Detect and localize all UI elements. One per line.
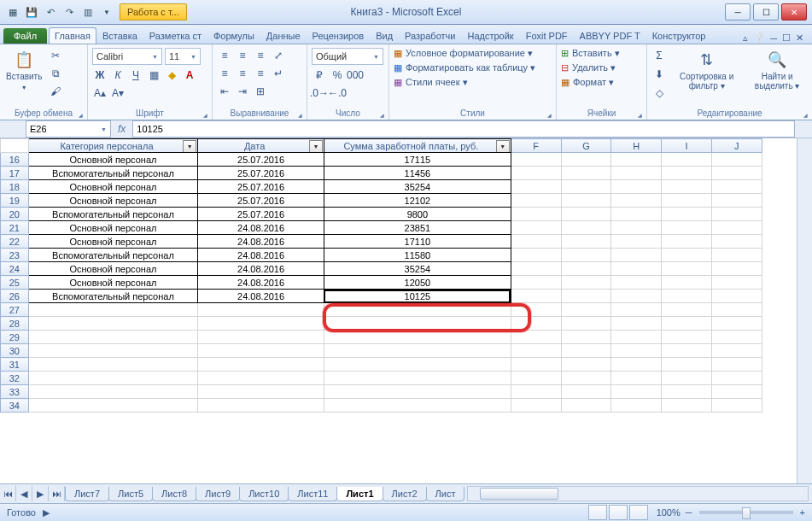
name-box[interactable]: E26▼: [26, 120, 111, 138]
empty-cell[interactable]: [511, 303, 561, 317]
vertical-scrollbar[interactable]: [797, 138, 812, 483]
filter-button[interactable]: ▼: [309, 140, 323, 153]
col-header-G[interactable]: G: [561, 139, 611, 153]
tab-конструктор[interactable]: Конструктор: [646, 27, 712, 44]
tab-abbyy pdf t[interactable]: ABBYY PDF T: [574, 27, 646, 44]
empty-cell[interactable]: [511, 372, 561, 385]
row-header-21[interactable]: 21: [1, 221, 29, 235]
empty-cell[interactable]: [28, 385, 198, 399]
empty-cell[interactable]: [711, 167, 762, 180]
minimize-button[interactable]: ─: [725, 3, 751, 20]
filter-button[interactable]: ▼: [496, 140, 510, 153]
empty-cell[interactable]: [561, 385, 611, 399]
minimize-ribbon-icon[interactable]: ▵: [743, 32, 748, 44]
empty-cell[interactable]: [711, 331, 762, 344]
empty-cell[interactable]: [198, 344, 324, 358]
row-header-23[interactable]: 23: [1, 249, 29, 262]
sheet-tab-Лист[interactable]: Лист: [426, 487, 465, 501]
empty-cell[interactable]: [28, 317, 198, 331]
empty-cell[interactable]: [198, 385, 324, 399]
row-header-24[interactable]: 24: [1, 262, 29, 276]
bold-button[interactable]: Ж: [92, 67, 108, 83]
empty-cell[interactable]: [611, 331, 662, 344]
empty-cell[interactable]: [511, 331, 561, 344]
empty-cell[interactable]: [561, 358, 611, 372]
horizontal-scrollbar[interactable]: [467, 486, 809, 501]
empty-cell[interactable]: [561, 372, 611, 385]
cell-sum[interactable]: 10125: [324, 290, 511, 303]
row-header-16[interactable]: 16: [1, 153, 29, 167]
cell-sum[interactable]: 11580: [324, 249, 511, 262]
empty-cell[interactable]: [324, 385, 511, 399]
empty-cell[interactable]: [324, 372, 511, 385]
cell-sum[interactable]: 35254: [324, 262, 511, 276]
qat-dropdown-icon[interactable]: ▼: [99, 4, 114, 20]
align-left-icon[interactable]: ≡: [217, 66, 232, 81]
row-header-19[interactable]: 19: [1, 194, 29, 208]
table-tools-tab[interactable]: Работа с т...: [120, 3, 187, 20]
comma-icon[interactable]: 000: [348, 67, 363, 83]
sheet-nav-first-icon[interactable]: ⏮: [0, 486, 16, 501]
zoom-out-button[interactable]: ─: [686, 507, 692, 518]
paste-button[interactable]: 📋 Вставить ▼: [4, 48, 44, 94]
cell-sum[interactable]: 11456: [324, 167, 511, 180]
cell-date[interactable]: 24.08.2016: [198, 262, 324, 276]
tab-главная[interactable]: Главная: [49, 27, 96, 44]
increase-indent-icon[interactable]: ⇥: [235, 84, 250, 99]
empty-cell[interactable]: [561, 194, 611, 208]
cell-date[interactable]: 25.07.2016: [198, 153, 324, 167]
col-header-H[interactable]: H: [611, 139, 662, 153]
tab-вид[interactable]: Вид: [370, 27, 399, 44]
insert-cells-button[interactable]: ⊞Вставить ▾: [561, 48, 620, 59]
help-icon[interactable]: ❔: [753, 32, 765, 44]
empty-cell[interactable]: [611, 167, 662, 180]
conditional-formatting-button[interactable]: ▦Условное форматирование ▾: [394, 48, 533, 59]
row-header-27[interactable]: 27: [1, 303, 29, 317]
empty-cell[interactable]: [561, 303, 611, 317]
empty-cell[interactable]: [611, 180, 662, 194]
format-as-table-button[interactable]: ▦Форматировать как таблицу ▾: [394, 62, 535, 73]
empty-cell[interactable]: [611, 317, 662, 331]
empty-cell[interactable]: [711, 290, 762, 303]
empty-cell[interactable]: [611, 194, 662, 208]
redo-icon[interactable]: ↷: [61, 4, 77, 20]
cell-date[interactable]: 24.08.2016: [198, 249, 324, 262]
col-header-J[interactable]: J: [711, 139, 762, 153]
dec-decimal-icon[interactable]: ←.0: [330, 85, 345, 101]
cell-category[interactable]: Основной персонал: [28, 276, 198, 290]
empty-cell[interactable]: [511, 385, 561, 399]
sheet-nav-next-icon[interactable]: ▶: [32, 486, 49, 501]
empty-cell[interactable]: [662, 167, 712, 180]
empty-cell[interactable]: [611, 399, 662, 413]
row-header-32[interactable]: 32: [1, 372, 29, 385]
child-restore-icon[interactable]: ☐: [782, 32, 791, 44]
cell-date[interactable]: 25.07.2016: [198, 194, 324, 208]
fill-icon[interactable]: ⬇: [651, 67, 667, 82]
empty-cell[interactable]: [561, 249, 611, 262]
row-header-26[interactable]: 26: [1, 290, 29, 303]
empty-cell[interactable]: [662, 194, 712, 208]
empty-cell[interactable]: [662, 358, 712, 372]
empty-cell[interactable]: [198, 317, 324, 331]
sheet-nav-last-icon[interactable]: ⏭: [49, 486, 65, 501]
sheet-tab-Лист7[interactable]: Лист7: [65, 487, 109, 501]
empty-cell[interactable]: [611, 344, 662, 358]
row-header-31[interactable]: 31: [1, 358, 29, 372]
empty-cell[interactable]: [561, 208, 611, 221]
empty-cell[interactable]: [662, 276, 712, 290]
empty-cell[interactable]: [28, 372, 198, 385]
row-header-28[interactable]: 28: [1, 317, 29, 331]
align-top-icon[interactable]: ≡: [217, 48, 232, 63]
empty-cell[interactable]: [561, 290, 611, 303]
shrink-font-icon[interactable]: A▾: [110, 85, 126, 101]
empty-cell[interactable]: [511, 221, 561, 235]
empty-cell[interactable]: [711, 276, 762, 290]
empty-cell[interactable]: [198, 331, 324, 344]
row-header-30[interactable]: 30: [1, 344, 29, 358]
empty-cell[interactable]: [511, 344, 561, 358]
sheet-tab-Лист10[interactable]: Лист10: [239, 487, 289, 501]
empty-cell[interactable]: [711, 399, 762, 413]
row-header-25[interactable]: 25: [1, 276, 29, 290]
child-close-icon[interactable]: ✕: [796, 32, 803, 44]
empty-cell[interactable]: [711, 262, 762, 276]
